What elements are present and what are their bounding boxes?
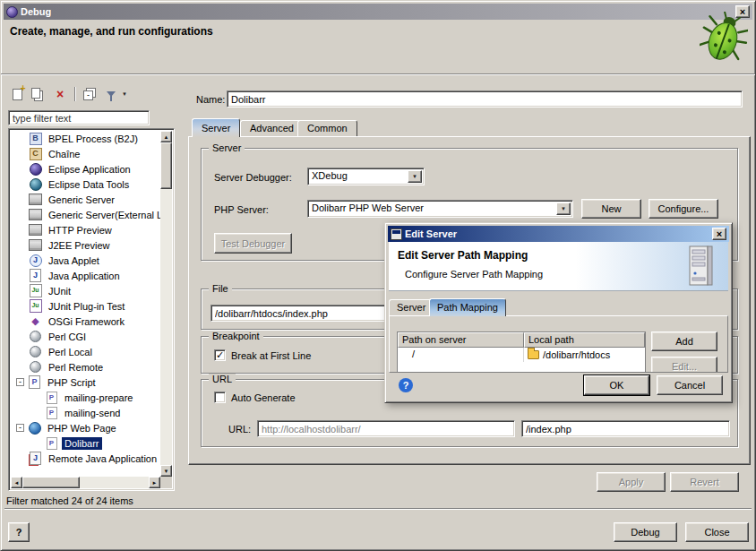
java-icon	[29, 269, 42, 282]
debug-configurations-window: Debug × Create, manage, and run configur…	[0, 0, 756, 551]
tree-item-eclipse-application[interactable]: Eclipse Application	[11, 161, 160, 176]
tree-item-generic-server-external-la[interactable]: Generic Server(External La	[11, 207, 160, 222]
tree-item-label: PHP Web Page	[45, 422, 119, 435]
test-debugger-button[interactable]: Test Debugger	[214, 233, 292, 254]
tab-advanced[interactable]: Advanced	[240, 120, 304, 137]
horizontal-scroll-thumb[interactable]	[22, 477, 80, 488]
auto-generate-checkbox[interactable]	[214, 392, 226, 403]
column-header-local-path[interactable]: Local path	[524, 332, 645, 348]
tree-item-http-preview[interactable]: HTTP Preview	[11, 222, 160, 237]
toolbar-separator	[74, 87, 75, 101]
configure-server-button[interactable]: Configure...	[649, 199, 718, 219]
junit-icon	[29, 284, 42, 297]
tab-common[interactable]: Common	[297, 120, 357, 137]
new-server-button[interactable]: New	[581, 199, 641, 219]
url-base-input[interactable]	[257, 420, 515, 437]
dialog-header-subtitle: Configure Server Path Mapping	[405, 269, 543, 280]
duplicate-configuration-icon[interactable]	[30, 85, 47, 103]
tree-item-dolibarr[interactable]: Dolibarr	[11, 435, 160, 451]
close-button[interactable]: Close	[685, 522, 749, 542]
configurations-tree: BPEL Process (B2J)ChaîneEclipse Applicat…	[8, 128, 175, 491]
tree-item-j2ee-preview[interactable]: J2EE Preview	[11, 237, 160, 253]
scroll-left-icon[interactable]: ◄	[11, 477, 22, 488]
url-path-input[interactable]	[521, 420, 730, 437]
column-header-path-on-server[interactable]: Path on server	[398, 332, 524, 348]
scroll-down-icon[interactable]: ▼	[160, 465, 172, 477]
tree-item-mailing-prepare[interactable]: mailing-prepare	[11, 390, 160, 405]
dialog-tab-path-mapping[interactable]: Path Mapping	[429, 298, 506, 316]
tree-item-bpel-process-b2j[interactable]: BPEL Process (B2J)	[11, 131, 160, 146]
expander-icon[interactable]: -	[16, 378, 24, 386]
window-titlebar[interactable]: Debug ×	[4, 4, 752, 20]
toolbar-menu-chevron-icon[interactable]: ▼	[122, 91, 127, 97]
tree-item-php-web-page[interactable]: -PHP Web Page	[11, 420, 160, 435]
new-configuration-icon[interactable]	[8, 85, 26, 103]
debug-button[interactable]: Debug	[614, 522, 677, 542]
tree-vertical-scrollbar[interactable]: ▲ ▼	[160, 131, 172, 477]
edit-mapping-button[interactable]: Edit...	[651, 357, 717, 373]
tree-item-label: JUnit Plug-in Test	[46, 300, 127, 313]
scroll-right-icon[interactable]: ►	[149, 477, 160, 488]
tree-item-mailing-send[interactable]: mailing-send	[11, 405, 160, 420]
tree-item-label: BPEL Process (B2J)	[46, 133, 141, 145]
footer-separator	[4, 508, 752, 510]
ok-button[interactable]: OK	[584, 375, 649, 395]
tree-item-label: mailing-prepare	[62, 392, 135, 404]
server-debugger-select[interactable]: XDebug ▼	[307, 168, 425, 185]
tree-item-label: JUnit	[46, 285, 73, 297]
dialog-window-icon	[391, 228, 402, 240]
tree-item-label: mailing-send	[62, 407, 123, 419]
server-icon	[29, 223, 42, 237]
tree-item-cha-ne[interactable]: Chaîne	[11, 146, 160, 161]
perl-icon	[29, 330, 42, 343]
tree-item-label: Java Application	[46, 270, 123, 282]
delete-configuration-icon[interactable]: ×	[51, 85, 69, 103]
filter-status: Filter matched 24 of 24 items	[6, 495, 133, 506]
tree-item-php-script[interactable]: -PHP Script	[11, 375, 160, 390]
php-file-icon	[45, 391, 58, 404]
tree-item-perl-cgi[interactable]: Perl CGI	[11, 329, 160, 344]
server-group-title: Server	[209, 142, 245, 153]
vertical-scroll-thumb[interactable]	[160, 142, 172, 189]
filter-icon[interactable]	[102, 85, 120, 103]
dialog-titlebar[interactable]: Edit Server ×	[388, 226, 729, 242]
php-server-select[interactable]: Dolibarr PHP Web Server ▼	[307, 200, 573, 218]
tree-item-label: Generic Server(External La	[46, 209, 160, 221]
dialog-close-icon[interactable]: ×	[712, 228, 726, 240]
file-group-title: File	[209, 283, 232, 294]
php-script-icon	[28, 375, 41, 389]
chain-icon	[29, 147, 42, 160]
tree-item-java-application[interactable]: Java Application	[11, 268, 160, 283]
tree-item-java-applet[interactable]: Java Applet	[11, 253, 160, 268]
filter-input[interactable]	[8, 110, 150, 125]
collapse-all-icon[interactable]: -	[81, 85, 99, 103]
tree-item-eclipse-data-tools[interactable]: Eclipse Data Tools	[11, 176, 160, 192]
break-first-line-checkbox[interactable]: ✓	[214, 349, 226, 361]
tree-item-generic-server[interactable]: Generic Server	[11, 192, 160, 207]
tree-item-osgi-framework[interactable]: OSGi Framework	[11, 314, 160, 329]
php-file-icon	[45, 436, 58, 450]
chevron-down-icon[interactable]: ▼	[408, 170, 422, 183]
tree-item-remote-java-application[interactable]: Remote Java Application	[11, 451, 160, 466]
server-icon	[29, 238, 42, 252]
table-row[interactable]: //dolibarr/htdocs	[398, 348, 645, 362]
tab-server[interactable]: Server	[192, 118, 240, 137]
expander-icon[interactable]: -	[16, 424, 24, 432]
scroll-up-icon[interactable]: ▲	[160, 131, 172, 142]
dialog-help-icon[interactable]: ?	[399, 378, 413, 392]
tree-horizontal-scrollbar[interactable]: ◄ ►	[11, 477, 160, 488]
add-mapping-button[interactable]: Add	[651, 331, 717, 351]
dialog-tab-server[interactable]: Server	[389, 299, 434, 315]
name-input[interactable]	[227, 90, 743, 108]
tree-item-perl-remote[interactable]: Perl Remote	[11, 359, 160, 375]
tree-item-junit-plug-in-test[interactable]: JUnit Plug-in Test	[11, 298, 160, 314]
tree-list: BPEL Process (B2J)ChaîneEclipse Applicat…	[11, 131, 160, 477]
tree-item-perl-local[interactable]: Perl Local	[11, 344, 160, 359]
revert-button[interactable]: Revert	[670, 472, 739, 492]
chevron-down-icon[interactable]: ▼	[556, 202, 571, 215]
apply-button[interactable]: Apply	[597, 472, 666, 492]
launch-toolbar: × - ▼	[8, 83, 127, 105]
help-button[interactable]: ?	[8, 522, 30, 542]
tree-item-junit[interactable]: JUnit	[11, 283, 160, 298]
cancel-button[interactable]: Cancel	[657, 375, 723, 395]
